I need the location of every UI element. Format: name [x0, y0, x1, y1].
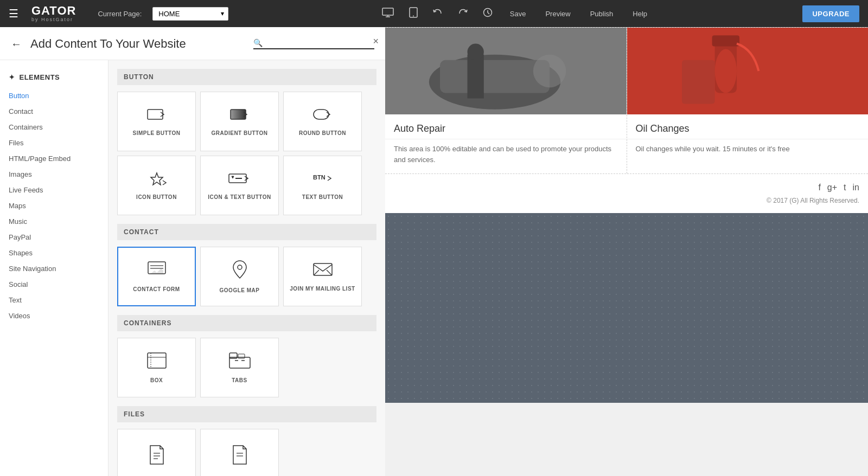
svg-rect-26: [238, 354, 245, 358]
back-button[interactable]: ←: [11, 38, 22, 50]
sidebar-item-text[interactable]: Text: [0, 292, 108, 308]
auto-repair-title: Auto Repair: [385, 114, 627, 139]
svg-point-39: [468, 43, 484, 60]
close-button[interactable]: ×: [373, 36, 379, 47]
svg-point-17: [238, 265, 242, 269]
search-input[interactable]: [266, 38, 374, 47]
desktop-icon-button[interactable]: [380, 5, 396, 22]
publish-button[interactable]: Publish: [586, 8, 618, 20]
preview-button[interactable]: Preview: [541, 8, 575, 20]
panel-title: Add Content To Your Website: [30, 37, 245, 51]
svg-point-44: [714, 49, 736, 93]
panel-body: ✦ ELEMENTS ButtonContactContainersFilesH…: [0, 60, 385, 476]
sidebar-item-live-feeds[interactable]: Live Feeds: [0, 182, 108, 198]
hamburger-icon[interactable]: ☰: [9, 7, 18, 20]
text-button-card[interactable]: BTN TEXT BUTTON: [283, 156, 362, 215]
svg-rect-21: [148, 353, 166, 368]
google-map-card[interactable]: GOOGLE MAP: [200, 247, 279, 306]
files-section-header: FILES: [117, 406, 376, 422]
sidebar-item-maps[interactable]: Maps: [0, 198, 108, 214]
contact-form-card[interactable]: CONTACT FORM: [117, 247, 196, 306]
main-area: ← Add Content To Your Website 🔍 × ✦ ELEM…: [0, 27, 868, 476]
sidebar-item-containers[interactable]: Containers: [0, 119, 108, 135]
icon-button-card[interactable]: ICON BUTTON: [117, 156, 196, 215]
tabs-label: TABS: [232, 377, 247, 383]
sidebar-item-videos[interactable]: Videos: [0, 308, 108, 324]
redo-button[interactable]: [456, 6, 470, 21]
containers-items-grid: BOX TAB: [117, 338, 376, 397]
box-icon: [146, 352, 167, 373]
logo-sub-text: by HostGator: [31, 17, 76, 22]
icon-text-button-card[interactable]: ICON & TEXT BUTTON: [200, 156, 279, 215]
auto-repair-col: Auto Repair This area is 100% editable a…: [385, 28, 627, 173]
mailing-list-label: JOIN MY MAILING LIST: [290, 286, 355, 292]
contact-items-grid: CONTACT FORM GOOGLE MAP: [117, 247, 376, 306]
box-card[interactable]: BOX: [117, 338, 196, 397]
tabs-icon: [228, 352, 251, 373]
oil-changes-col: Oil Changes Oil changes while you wait. …: [627, 28, 869, 173]
sidebar-item-html-page-embed[interactable]: HTML/Page Embed: [0, 151, 108, 166]
facebook-icon[interactable]: f: [818, 183, 820, 192]
preview-content: Auto Repair This area is 100% editable a…: [385, 27, 868, 403]
auto-repair-image: [385, 28, 627, 114]
text-button-icon: BTN: [311, 171, 334, 190]
svg-line-19: [314, 270, 319, 275]
sidebar-item-social[interactable]: Social: [0, 276, 108, 292]
linkedin-icon[interactable]: in: [853, 183, 859, 192]
sidebar-item-images[interactable]: Images: [0, 166, 108, 182]
google-plus-icon[interactable]: g+: [827, 183, 837, 192]
containers-section-header: CONTAINERS: [117, 315, 376, 331]
box-label: BOX: [150, 377, 163, 383]
elements-section-label: ✦ ELEMENTS: [0, 69, 108, 88]
page-select[interactable]: HOME ABOUT CONTACT SERVICES: [152, 7, 228, 21]
svg-point-4: [413, 16, 414, 17]
sidebar-item-music[interactable]: Music: [0, 214, 108, 229]
tablet-icon-button[interactable]: [407, 5, 420, 22]
history-button[interactable]: [481, 5, 495, 22]
simple-button-icon: [146, 107, 167, 126]
sidebar-item-paypal[interactable]: PayPal: [0, 229, 108, 245]
oil-changes-title: Oil Changes: [627, 114, 869, 139]
text-button-label: TEXT BUTTON: [302, 194, 343, 200]
content-area: BUTTON SIMPLE BUTTON: [108, 60, 385, 476]
tabs-card[interactable]: TABS: [200, 338, 279, 397]
file1-icon: [148, 445, 165, 469]
dotted-background: [385, 213, 868, 403]
file-card-1[interactable]: [117, 429, 196, 476]
round-button-card[interactable]: ROUND BUTTON: [283, 92, 362, 151]
twitter-icon[interactable]: t: [844, 183, 846, 192]
current-page-label: Current Page:: [98, 10, 142, 18]
icon-button-icon: [146, 171, 167, 190]
logo: GATOR by HostGator: [31, 5, 76, 22]
file-card-2[interactable]: [200, 429, 279, 476]
simple-button-card[interactable]: SIMPLE BUTTON: [117, 92, 196, 151]
upgrade-button[interactable]: UPGRADE: [802, 5, 859, 22]
undo-button[interactable]: [431, 6, 445, 21]
svg-rect-42: [712, 35, 739, 46]
icon-text-button-icon: [228, 171, 251, 190]
help-button[interactable]: Help: [628, 8, 652, 20]
sidebar-item-button[interactable]: Button: [0, 88, 108, 104]
icon-text-button-label: ICON & TEXT BUTTON: [208, 194, 271, 200]
svg-text:BTN: BTN: [313, 174, 326, 181]
page-select-wrap: HOME ABOUT CONTACT SERVICES: [152, 7, 228, 21]
save-button[interactable]: Save: [506, 8, 531, 20]
preview-footer: f g+ t in © 2017 (G) All Rights Reserved…: [385, 173, 868, 213]
top-navigation: ☰ GATOR by HostGator Current Page: HOME …: [0, 0, 868, 27]
sidebar-item-shapes[interactable]: Shapes: [0, 245, 108, 261]
contact-form-label: CONTACT FORM: [133, 286, 180, 292]
mailing-list-card[interactable]: JOIN MY MAILING LIST: [283, 247, 362, 306]
svg-rect-6: [148, 110, 163, 119]
sidebar-item-files[interactable]: Files: [0, 135, 108, 151]
svg-point-37: [533, 55, 566, 88]
sidebar-item-site-navigation[interactable]: Site Navigation: [0, 261, 108, 276]
nav-center: Save Preview Publish Help: [237, 5, 794, 22]
svg-rect-40: [627, 28, 869, 114]
svg-rect-43: [682, 60, 715, 104]
oil-changes-image: [627, 28, 869, 114]
gradient-button-card[interactable]: GRADIENT BUTTON: [200, 92, 279, 151]
sidebar-item-contact[interactable]: Contact: [0, 104, 108, 119]
social-icons: f g+ t in: [394, 183, 859, 192]
svg-marker-9: [151, 173, 163, 185]
svg-rect-38: [468, 55, 484, 99]
